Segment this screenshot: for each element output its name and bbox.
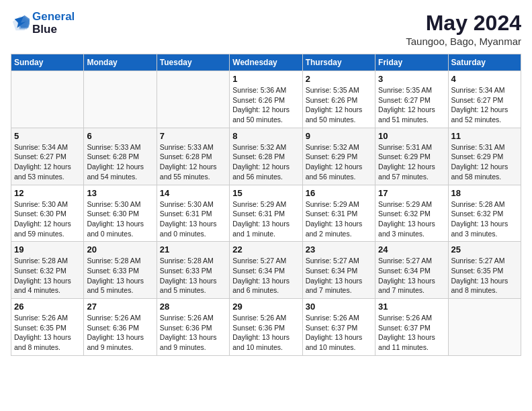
- calendar-cell: 31Sunrise: 5:26 AM Sunset: 6:37 PM Dayli…: [375, 299, 448, 356]
- day-number: 18: [451, 188, 518, 198]
- calendar-cell: [11, 71, 84, 128]
- day-info: Sunrise: 5:26 AM Sunset: 6:37 PM Dayligh…: [306, 313, 372, 353]
- day-number: 5: [14, 131, 81, 141]
- day-number: 8: [232, 131, 299, 141]
- calendar-cell: 23Sunrise: 5:27 AM Sunset: 6:34 PM Dayli…: [302, 242, 375, 299]
- day-info: Sunrise: 5:29 AM Sunset: 6:31 PM Dayligh…: [306, 199, 372, 239]
- day-number: 26: [14, 302, 81, 312]
- calendar-cell: 4Sunrise: 5:34 AM Sunset: 6:27 PM Daylig…: [448, 71, 521, 128]
- day-number: 13: [87, 188, 153, 198]
- calendar-cell: 17Sunrise: 5:29 AM Sunset: 6:32 PM Dayli…: [375, 185, 448, 242]
- day-number: 7: [160, 131, 226, 141]
- calendar-cell: 28Sunrise: 5:26 AM Sunset: 6:36 PM Dayli…: [157, 299, 229, 356]
- day-info: Sunrise: 5:30 AM Sunset: 6:30 PM Dayligh…: [87, 199, 153, 239]
- page-header: General Blue May 2024 Taungoo, Bago, Mya…: [11, 11, 521, 47]
- logo-text: General Blue: [32, 11, 75, 36]
- day-number: 20: [87, 244, 153, 255]
- calendar-cell: 27Sunrise: 5:26 AM Sunset: 6:36 PM Dayli…: [84, 299, 157, 356]
- month-year: May 2024: [406, 11, 521, 36]
- calendar-cell: 30Sunrise: 5:26 AM Sunset: 6:37 PM Dayli…: [302, 299, 375, 356]
- calendar-cell: [448, 299, 521, 356]
- calendar-table: SundayMondayTuesdayWednesdayThursdayFrid…: [11, 54, 521, 356]
- day-info: Sunrise: 5:28 AM Sunset: 6:32 PM Dayligh…: [451, 199, 518, 239]
- day-number: 12: [14, 188, 81, 198]
- calendar-cell: 19Sunrise: 5:28 AM Sunset: 6:32 PM Dayli…: [11, 242, 84, 299]
- day-info: Sunrise: 5:33 AM Sunset: 6:28 PM Dayligh…: [87, 142, 153, 182]
- day-number: 6: [87, 131, 153, 141]
- calendar-cell: 26Sunrise: 5:26 AM Sunset: 6:35 PM Dayli…: [11, 299, 84, 356]
- title-block: May 2024 Taungoo, Bago, Myanmar: [406, 11, 521, 47]
- day-number: 23: [306, 244, 372, 255]
- day-info: Sunrise: 5:30 AM Sunset: 6:31 PM Dayligh…: [160, 199, 226, 239]
- day-number: 9: [306, 131, 372, 141]
- day-info: Sunrise: 5:29 AM Sunset: 6:32 PM Dayligh…: [378, 199, 445, 239]
- day-number: 27: [87, 302, 153, 312]
- day-number: 17: [378, 188, 445, 198]
- day-info: Sunrise: 5:35 AM Sunset: 6:26 PM Dayligh…: [306, 85, 372, 125]
- calendar-cell: 29Sunrise: 5:26 AM Sunset: 6:36 PM Dayli…: [230, 299, 302, 356]
- calendar-cell: 2Sunrise: 5:35 AM Sunset: 6:26 PM Daylig…: [302, 71, 375, 128]
- day-number: 22: [232, 244, 299, 255]
- calendar-cell: 8Sunrise: 5:32 AM Sunset: 6:28 PM Daylig…: [230, 128, 302, 185]
- calendar-cell: [84, 71, 157, 128]
- day-number: 14: [160, 188, 226, 198]
- day-info: Sunrise: 5:27 AM Sunset: 6:34 PM Dayligh…: [232, 256, 299, 295]
- calendar-cell: 21Sunrise: 5:28 AM Sunset: 6:33 PM Dayli…: [157, 242, 229, 299]
- day-number: 31: [378, 302, 445, 312]
- weekday-header: Wednesday: [230, 54, 302, 71]
- day-number: 2: [306, 74, 372, 84]
- day-number: 29: [232, 302, 299, 312]
- weekday-header: Monday: [84, 54, 157, 71]
- calendar-cell: 10Sunrise: 5:31 AM Sunset: 6:29 PM Dayli…: [375, 128, 448, 185]
- day-number: 24: [378, 244, 445, 255]
- day-info: Sunrise: 5:35 AM Sunset: 6:27 PM Dayligh…: [378, 85, 445, 125]
- day-number: 1: [232, 74, 299, 84]
- day-info: Sunrise: 5:29 AM Sunset: 6:31 PM Dayligh…: [232, 199, 299, 239]
- weekday-header: Thursday: [302, 54, 375, 71]
- calendar-cell: 12Sunrise: 5:30 AM Sunset: 6:30 PM Dayli…: [11, 185, 84, 242]
- day-number: 28: [160, 302, 226, 312]
- calendar-cell: 1Sunrise: 5:36 AM Sunset: 6:26 PM Daylig…: [230, 71, 302, 128]
- day-info: Sunrise: 5:34 AM Sunset: 6:27 PM Dayligh…: [451, 85, 518, 125]
- day-number: 25: [451, 244, 518, 255]
- day-info: Sunrise: 5:31 AM Sunset: 6:29 PM Dayligh…: [451, 142, 518, 182]
- day-info: Sunrise: 5:28 AM Sunset: 6:32 PM Dayligh…: [14, 256, 81, 295]
- day-info: Sunrise: 5:31 AM Sunset: 6:29 PM Dayligh…: [378, 142, 445, 182]
- calendar-cell: 5Sunrise: 5:34 AM Sunset: 6:27 PM Daylig…: [11, 128, 84, 185]
- logo: General Blue: [11, 11, 75, 36]
- day-number: 10: [378, 131, 445, 141]
- calendar-cell: 7Sunrise: 5:33 AM Sunset: 6:28 PM Daylig…: [157, 128, 229, 185]
- day-info: Sunrise: 5:30 AM Sunset: 6:30 PM Dayligh…: [14, 199, 81, 239]
- calendar-cell: 18Sunrise: 5:28 AM Sunset: 6:32 PM Dayli…: [448, 185, 521, 242]
- calendar-cell: 11Sunrise: 5:31 AM Sunset: 6:29 PM Dayli…: [448, 128, 521, 185]
- day-info: Sunrise: 5:28 AM Sunset: 6:33 PM Dayligh…: [87, 256, 153, 295]
- day-number: 16: [306, 188, 372, 198]
- weekday-header: Sunday: [11, 54, 84, 71]
- calendar-cell: 14Sunrise: 5:30 AM Sunset: 6:31 PM Dayli…: [157, 185, 229, 242]
- calendar-cell: 16Sunrise: 5:29 AM Sunset: 6:31 PM Dayli…: [302, 185, 375, 242]
- calendar-cell: 15Sunrise: 5:29 AM Sunset: 6:31 PM Dayli…: [230, 185, 302, 242]
- day-info: Sunrise: 5:26 AM Sunset: 6:37 PM Dayligh…: [378, 313, 445, 353]
- day-number: 4: [451, 74, 518, 84]
- location: Taungoo, Bago, Myanmar: [406, 36, 521, 47]
- day-number: 15: [232, 188, 299, 198]
- calendar-cell: 9Sunrise: 5:32 AM Sunset: 6:29 PM Daylig…: [302, 128, 375, 185]
- day-info: Sunrise: 5:28 AM Sunset: 6:33 PM Dayligh…: [160, 256, 226, 295]
- calendar-cell: 24Sunrise: 5:27 AM Sunset: 6:34 PM Dayli…: [375, 242, 448, 299]
- day-info: Sunrise: 5:36 AM Sunset: 6:26 PM Dayligh…: [232, 85, 299, 125]
- day-number: 3: [378, 74, 445, 84]
- day-info: Sunrise: 5:32 AM Sunset: 6:28 PM Dayligh…: [232, 142, 299, 182]
- day-info: Sunrise: 5:33 AM Sunset: 6:28 PM Dayligh…: [160, 142, 226, 182]
- weekday-header: Friday: [375, 54, 448, 71]
- day-info: Sunrise: 5:27 AM Sunset: 6:34 PM Dayligh…: [306, 256, 372, 295]
- weekday-header: Saturday: [448, 54, 521, 71]
- day-number: 21: [160, 244, 226, 255]
- day-info: Sunrise: 5:26 AM Sunset: 6:36 PM Dayligh…: [232, 313, 299, 353]
- calendar-cell: 13Sunrise: 5:30 AM Sunset: 6:30 PM Dayli…: [84, 185, 157, 242]
- calendar-cell: 20Sunrise: 5:28 AM Sunset: 6:33 PM Dayli…: [84, 242, 157, 299]
- day-number: 30: [306, 302, 372, 312]
- calendar-cell: [157, 71, 229, 128]
- calendar-cell: 25Sunrise: 5:27 AM Sunset: 6:35 PM Dayli…: [448, 242, 521, 299]
- weekday-header: Tuesday: [157, 54, 229, 71]
- day-info: Sunrise: 5:27 AM Sunset: 6:35 PM Dayligh…: [451, 256, 518, 295]
